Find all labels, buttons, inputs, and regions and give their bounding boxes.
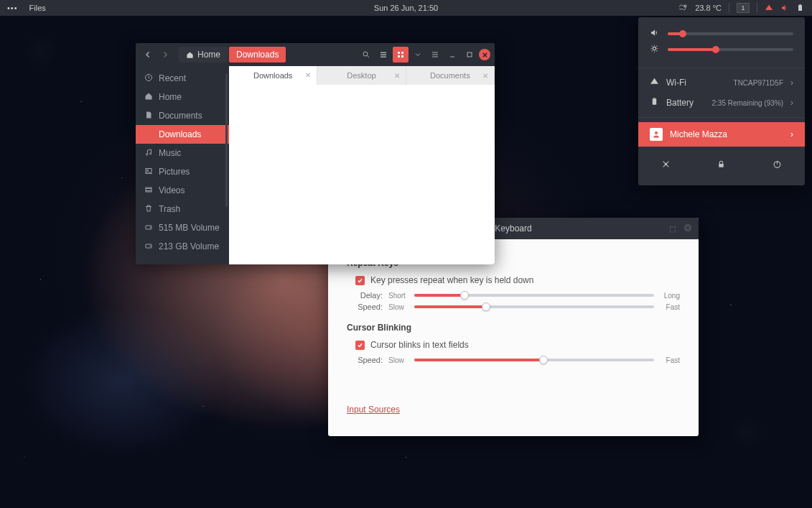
maximize-button[interactable]: ⬚ bbox=[669, 225, 676, 233]
cursor-blink-checkbox-row[interactable]: Cursor blinks in text fields bbox=[355, 340, 680, 350]
file-manager-window: Home Downloads Recent Home Documents Dow… bbox=[136, 43, 495, 264]
search-button[interactable] bbox=[358, 47, 374, 63]
cursor-speed-min: Slow bbox=[388, 356, 409, 364]
close-button[interactable] bbox=[479, 49, 490, 60]
chevron-right-icon: › bbox=[790, 78, 793, 88]
delay-slider[interactable] bbox=[414, 294, 654, 297]
svg-point-25 bbox=[655, 131, 658, 134]
chevron-right-icon: › bbox=[790, 129, 793, 139]
user-row[interactable]: Michele Mazza › bbox=[638, 122, 805, 147]
file-manager-tabs: Downloads✕ Desktop✕ Documents✕ bbox=[229, 66, 495, 85]
sidebar-item-label: Downloads bbox=[159, 129, 201, 139]
sidebar-item-label: Pictures bbox=[159, 167, 190, 177]
breadcrumb-home[interactable]: Home bbox=[179, 47, 228, 63]
svg-point-14 bbox=[150, 153, 151, 154]
speed-max: Fast bbox=[660, 303, 680, 311]
clock-label[interactable]: Sun 26 Jun, 21:50 bbox=[374, 4, 438, 12]
svg-rect-2 bbox=[800, 4, 801, 5]
svg-point-13 bbox=[146, 154, 148, 155]
power-button[interactable] bbox=[773, 160, 782, 171]
brightness-slider[interactable] bbox=[668, 48, 793, 51]
cursor-blink-label: Cursor blinks in text fields bbox=[370, 340, 469, 350]
volume-slider-row bbox=[650, 26, 793, 42]
wifi-label: Wi-Fi bbox=[666, 78, 686, 88]
wifi-row[interactable]: Wi-Fi TNCAP971D5F › bbox=[638, 73, 805, 93]
view-options-button[interactable] bbox=[410, 47, 426, 63]
user-name: Michele Mazza bbox=[670, 129, 727, 139]
volume-icon bbox=[650, 28, 659, 40]
sidebar-item-volume-1[interactable]: 515 MB Volume bbox=[136, 218, 229, 237]
sidebar-item-recent[interactable]: Recent bbox=[136, 69, 229, 88]
cursor-speed-slider[interactable] bbox=[414, 359, 654, 361]
weather-icon bbox=[679, 4, 688, 12]
music-icon bbox=[144, 148, 153, 159]
sidebar-item-documents[interactable]: Documents bbox=[136, 106, 229, 125]
sidebar-item-label: Recent bbox=[159, 73, 186, 83]
volume-slider[interactable] bbox=[668, 32, 793, 35]
maximize-button[interactable] bbox=[462, 47, 477, 63]
sidebar-item-label: Documents bbox=[159, 111, 202, 121]
nav-back-button[interactable] bbox=[140, 47, 156, 63]
battery-icon[interactable] bbox=[796, 4, 805, 12]
window-title: Keyboard bbox=[495, 223, 531, 234]
svg-rect-24 bbox=[653, 98, 655, 98]
nav-forward-button[interactable] bbox=[157, 47, 173, 63]
tab-label: Desktop bbox=[347, 71, 375, 80]
active-app-label[interactable]: Files bbox=[29, 4, 46, 12]
sidebar-item-label: 213 GB Volume bbox=[159, 241, 219, 251]
battery-icon bbox=[650, 97, 659, 108]
network-icon[interactable] bbox=[765, 4, 773, 12]
list-view-button[interactable] bbox=[375, 47, 391, 63]
delay-min: Short bbox=[388, 292, 409, 300]
delay-max: Long bbox=[660, 292, 680, 300]
tab-downloads[interactable]: Downloads✕ bbox=[229, 66, 317, 85]
volume-icon[interactable] bbox=[780, 4, 789, 12]
drive-icon bbox=[144, 241, 153, 252]
breadcrumb-current[interactable]: Downloads bbox=[229, 47, 286, 63]
video-icon bbox=[144, 185, 153, 196]
file-manager-content: Downloads✕ Desktop✕ Documents✕ bbox=[229, 66, 495, 264]
sidebar-item-volume-2[interactable]: 213 GB Volume bbox=[136, 237, 229, 256]
svg-rect-17 bbox=[146, 188, 151, 192]
activities-button[interactable]: ••• bbox=[7, 4, 18, 12]
cursor-speed-label: Speed: bbox=[355, 356, 383, 364]
svg-rect-5 bbox=[381, 55, 386, 56]
svg-rect-27 bbox=[719, 164, 724, 167]
sidebar-item-home[interactable]: Home bbox=[136, 88, 229, 106]
tab-desktop[interactable]: Desktop✕ bbox=[317, 66, 406, 85]
battery-value: 2:35 Remaining (93%) bbox=[712, 99, 784, 107]
repeat-speed-slider[interactable] bbox=[414, 305, 654, 308]
breadcrumb-label: Downloads bbox=[236, 50, 279, 60]
svg-rect-4 bbox=[381, 52, 386, 54]
lock-button[interactable] bbox=[717, 160, 726, 171]
tab-close-icon[interactable]: ✕ bbox=[394, 72, 400, 80]
close-button[interactable] bbox=[683, 223, 693, 235]
hamburger-menu-button[interactable] bbox=[427, 47, 443, 63]
sidebar-item-music[interactable]: Music bbox=[136, 144, 229, 162]
sidebar-item-pictures[interactable]: Pictures bbox=[136, 162, 229, 181]
download-icon bbox=[144, 129, 153, 140]
battery-row[interactable]: Battery 2:35 Remaining (93%) › bbox=[638, 93, 805, 113]
svg-rect-7 bbox=[398, 52, 400, 54]
cursor-speed-max: Fast bbox=[660, 356, 680, 364]
tab-documents[interactable]: Documents✕ bbox=[406, 66, 495, 85]
grid-view-button[interactable] bbox=[393, 47, 409, 63]
sidebar-item-label: Music bbox=[159, 148, 181, 158]
sidebar-item-videos[interactable]: Videos bbox=[136, 181, 229, 200]
file-manager-headerbar: Home Downloads bbox=[136, 43, 495, 66]
settings-button[interactable] bbox=[661, 160, 671, 171]
tab-close-icon[interactable]: ✕ bbox=[482, 72, 488, 80]
input-sources-link[interactable]: Input Sources bbox=[347, 405, 400, 415]
sidebar-item-trash[interactable]: Trash bbox=[136, 200, 229, 218]
minimize-button[interactable] bbox=[444, 47, 460, 63]
sidebar-item-downloads[interactable]: Downloads bbox=[136, 125, 229, 144]
brightness-slider-row bbox=[650, 42, 793, 57]
workspace-badge[interactable]: 1 bbox=[737, 3, 750, 13]
svg-point-3 bbox=[363, 52, 368, 56]
svg-rect-6 bbox=[381, 57, 386, 58]
tab-label: Downloads bbox=[253, 71, 292, 80]
tab-close-icon[interactable]: ✕ bbox=[305, 71, 311, 79]
avatar bbox=[650, 128, 663, 141]
repeat-keys-checkbox-row[interactable]: Key presses repeat when key is held down bbox=[355, 275, 680, 285]
battery-label: Battery bbox=[666, 98, 694, 108]
